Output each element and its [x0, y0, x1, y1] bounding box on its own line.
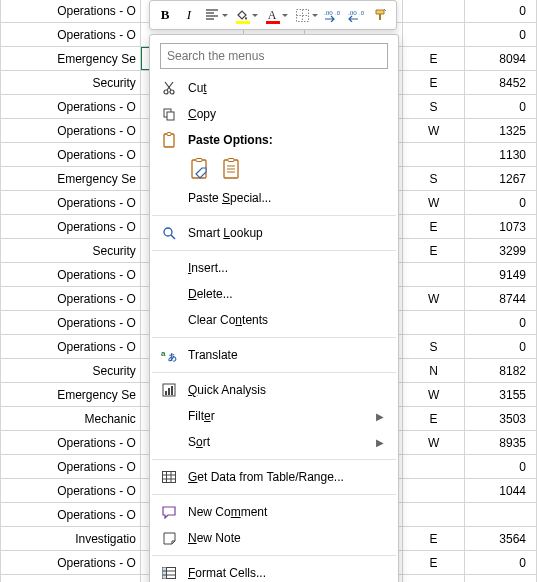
menu-item-sort[interactable]: Sort ▶	[150, 429, 398, 455]
menu-search-input[interactable]	[160, 43, 388, 69]
cell[interactable]: Operations - O	[1, 311, 141, 335]
cell[interactable]: Investigatio	[1, 527, 141, 551]
cell[interactable]: 8452	[465, 71, 537, 95]
paste-option-default[interactable]	[188, 157, 212, 181]
cell[interactable]: 0	[465, 0, 537, 23]
cell[interactable]	[403, 23, 465, 47]
cell[interactable]: Operations - O	[1, 263, 141, 287]
cell[interactable]: 8094	[465, 47, 537, 71]
menu-item-format-cells[interactable]: Format Cells...	[150, 560, 398, 582]
menu-item-new-note[interactable]: New Note	[150, 525, 398, 551]
cell[interactable]: 3299	[465, 239, 537, 263]
menu-item-translate[interactable]: aあ Translate	[150, 342, 398, 368]
cell[interactable]: E	[403, 407, 465, 431]
cell[interactable]: Operations - O	[1, 455, 141, 479]
cell[interactable]: Operations - O	[1, 551, 141, 575]
cell[interactable]	[465, 575, 537, 583]
cell[interactable]: W	[403, 383, 465, 407]
cell[interactable]: Security	[1, 71, 141, 95]
cell[interactable]: 3564	[465, 527, 537, 551]
menu-item-delete[interactable]: Delete...	[150, 281, 398, 307]
cell[interactable]: 1325	[465, 119, 537, 143]
cell[interactable]: S	[403, 95, 465, 119]
cell[interactable]	[403, 479, 465, 503]
cell[interactable]: Operations - O	[1, 575, 141, 583]
cell[interactable]	[403, 311, 465, 335]
cell[interactable]: Operations - O	[1, 431, 141, 455]
cell[interactable]: W	[403, 287, 465, 311]
cell[interactable]: 0	[465, 23, 537, 47]
cell[interactable]: W	[403, 431, 465, 455]
cell[interactable]: 1044	[465, 479, 537, 503]
cell[interactable]: 1267	[465, 167, 537, 191]
menu-item-paste-special[interactable]: Paste Special...	[150, 185, 398, 211]
format-painter-button[interactable]	[370, 4, 392, 26]
cell[interactable]: 0	[465, 311, 537, 335]
italic-button[interactable]: I	[178, 4, 200, 26]
menu-item-get-data[interactable]: Get Data from Table/Range...	[150, 464, 398, 490]
cell[interactable]: Operations - O	[1, 335, 141, 359]
cell[interactable]	[403, 575, 465, 583]
fill-color-dropdown[interactable]	[232, 4, 260, 26]
font-color-dropdown[interactable]: A	[262, 4, 290, 26]
cell[interactable]: Emergency Se	[1, 167, 141, 191]
cell[interactable]	[465, 503, 537, 527]
cell[interactable]: Operations - O	[1, 287, 141, 311]
cell[interactable]	[403, 455, 465, 479]
cell[interactable]: Mechanic	[1, 407, 141, 431]
cell[interactable]: S	[403, 335, 465, 359]
cell[interactable]: 0	[465, 191, 537, 215]
cell[interactable]: 8182	[465, 359, 537, 383]
decrease-decimal-button[interactable]: .00.0	[346, 4, 368, 26]
align-dropdown[interactable]	[202, 4, 230, 26]
cell[interactable]	[403, 0, 465, 23]
menu-item-cut[interactable]: Cut	[150, 75, 398, 101]
cell[interactable]	[403, 503, 465, 527]
cell[interactable]: E	[403, 239, 465, 263]
menu-item-filter[interactable]: Filter ▶	[150, 403, 398, 429]
cell[interactable]: 1130	[465, 143, 537, 167]
cell[interactable]: E	[403, 527, 465, 551]
cell[interactable]: Operations - O	[1, 119, 141, 143]
cell[interactable]: 1073	[465, 215, 537, 239]
cell[interactable]: 0	[465, 335, 537, 359]
cell[interactable]: Operations - O	[1, 479, 141, 503]
cell[interactable]: Operations - O	[1, 0, 141, 23]
menu-item-new-comment[interactable]: New Comment	[150, 499, 398, 525]
cell[interactable]: S	[403, 167, 465, 191]
cell[interactable]: 0	[465, 551, 537, 575]
bold-button[interactable]: B	[154, 4, 176, 26]
paste-option-values[interactable]	[220, 157, 244, 181]
cell[interactable]: E	[403, 71, 465, 95]
cell[interactable]: Operations - O	[1, 215, 141, 239]
cell[interactable]: 9149	[465, 263, 537, 287]
cell[interactable]	[403, 263, 465, 287]
cell[interactable]: E	[403, 215, 465, 239]
cell[interactable]: W	[403, 191, 465, 215]
increase-decimal-button[interactable]: .00.0	[322, 4, 344, 26]
cell[interactable]: E	[403, 47, 465, 71]
cell[interactable]: Operations - O	[1, 143, 141, 167]
cell[interactable]: Operations - O	[1, 503, 141, 527]
menu-item-insert[interactable]: Insert...	[150, 255, 398, 281]
cell[interactable]: N	[403, 359, 465, 383]
menu-item-copy[interactable]: Copy	[150, 101, 398, 127]
cell[interactable]: Operations - O	[1, 191, 141, 215]
cell[interactable]: 0	[465, 95, 537, 119]
cell[interactable]: 3503	[465, 407, 537, 431]
menu-item-quick-analysis[interactable]: Quick Analysis	[150, 377, 398, 403]
cell[interactable]	[403, 143, 465, 167]
cell[interactable]: Operations - O	[1, 95, 141, 119]
cell[interactable]: 3155	[465, 383, 537, 407]
menu-item-clear-contents[interactable]: Clear Contents	[150, 307, 398, 333]
cell[interactable]: 0	[465, 455, 537, 479]
menu-item-smart-lookup[interactable]: Smart Lookup	[150, 220, 398, 246]
cell[interactable]: 8744	[465, 287, 537, 311]
cell[interactable]: E	[403, 551, 465, 575]
borders-dropdown[interactable]	[292, 4, 320, 26]
cell[interactable]: Emergency Se	[1, 383, 141, 407]
cell[interactable]: Emergency Se	[1, 47, 141, 71]
cell[interactable]: 8935	[465, 431, 537, 455]
cell[interactable]: Security	[1, 239, 141, 263]
cell[interactable]: W	[403, 119, 465, 143]
